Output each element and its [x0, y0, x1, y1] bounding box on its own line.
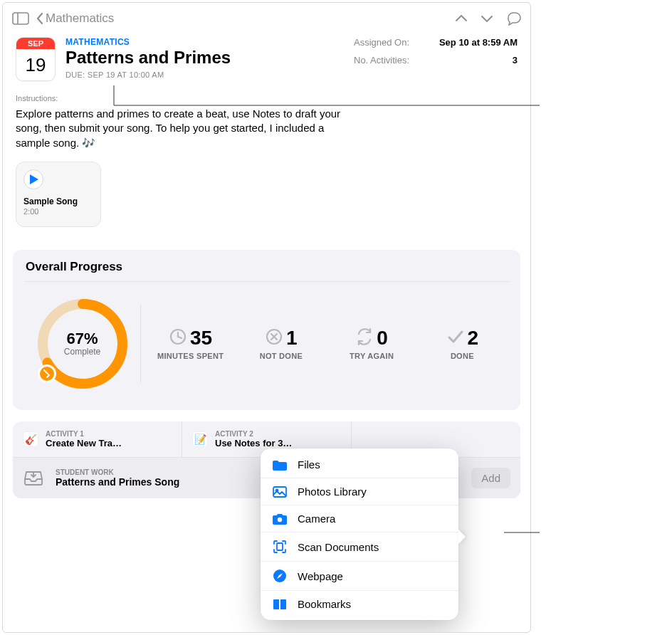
stat-minutes-spent: 35 MINUTES SPENT	[145, 327, 236, 360]
student-work-title: Patterns and Primes Song	[56, 476, 179, 488]
stat-try-again: 0 TRY AGAIN	[327, 327, 417, 360]
back-button[interactable]: Mathematics	[36, 11, 114, 26]
calendar-month: SEP	[16, 38, 55, 49]
popover-item-bookmarks[interactable]: Bookmarks	[261, 590, 458, 617]
check-icon	[446, 327, 465, 349]
scan-icon	[272, 540, 288, 554]
svg-rect-9	[273, 487, 286, 497]
stat-not-done: 1 NOT DONE	[236, 327, 326, 360]
sidebar-toggle-icon[interactable]	[11, 11, 30, 26]
progress-check-badge-icon	[38, 364, 56, 383]
assigned-on-value: Sep 10 at 8:59 AM	[439, 37, 518, 48]
progress-complete-label: Complete	[64, 347, 100, 357]
popover-item-scan[interactable]: Scan Documents	[261, 532, 458, 561]
popover-item-webpage[interactable]: Webpage	[261, 561, 458, 590]
play-icon[interactable]	[23, 169, 43, 189]
toolbar: Mathematics	[3, 3, 530, 34]
activities-count-label: No. Activities:	[354, 55, 409, 65]
attachment-card[interactable]: Sample Song 2:00	[16, 162, 101, 227]
garageband-icon: 🎸	[23, 431, 38, 447]
attachment-duration: 2:00	[23, 207, 93, 216]
popover-item-camera[interactable]: Camera	[261, 505, 458, 532]
retry-icon	[355, 327, 374, 349]
popover-item-files[interactable]: Files	[261, 451, 458, 478]
app-window: Mathematics SEP 19 MATHEMATICS Patterns …	[2, 2, 531, 633]
attachment-title: Sample Song	[23, 196, 93, 206]
subject-label: MATHEMATICS	[65, 37, 344, 47]
activity-card-1[interactable]: 🎸 ACTIVITY 1 Create New Tra…	[13, 421, 182, 457]
svg-point-11	[278, 517, 282, 521]
svg-rect-0	[13, 13, 28, 24]
clock-icon	[169, 327, 187, 349]
svg-marker-2	[30, 174, 38, 184]
assignment-header: SEP 19 MATHEMATICS Patterns and Primes D…	[3, 34, 530, 81]
chevron-left-icon	[36, 12, 44, 25]
nav-up-icon[interactable]	[455, 14, 468, 23]
overall-progress-title: Overall Progress	[26, 260, 508, 274]
comment-icon[interactable]	[506, 11, 522, 26]
inbox-icon	[23, 468, 44, 487]
add-button[interactable]: Add	[471, 468, 510, 488]
page-title: Patterns and Primes	[65, 48, 344, 68]
progress-percent: 67%	[66, 331, 98, 347]
overall-progress-panel: Overall Progress 67% Complete	[13, 250, 520, 410]
due-label: DUE: SEP 19 AT 10:00 AM	[65, 70, 344, 79]
assigned-on-label: Assigned On:	[354, 37, 409, 48]
progress-ring: 67% Complete	[36, 298, 129, 390]
svg-rect-12	[277, 543, 283, 550]
bookmark-icon	[272, 599, 288, 610]
camera-icon	[272, 513, 288, 525]
calendar-icon: SEP 19	[16, 37, 56, 81]
add-popover: Files Photos Library Camera Scan Documen…	[261, 448, 458, 620]
back-label: Mathematics	[46, 11, 114, 26]
nav-down-icon[interactable]	[481, 14, 493, 23]
student-work-overline: STUDENT WORK	[56, 468, 179, 476]
folder-icon	[272, 459, 288, 471]
activities-count-value: 3	[513, 55, 518, 65]
header-meta: Assigned On: Sep 10 at 8:59 AM No. Activ…	[354, 37, 518, 81]
notes-icon: 📝	[192, 431, 208, 447]
instructions-heading: Instructions:	[3, 81, 530, 107]
calendar-day: 19	[16, 49, 55, 80]
popover-item-photos[interactable]: Photos Library	[261, 478, 458, 505]
photo-icon	[272, 486, 288, 498]
nav-arrows	[455, 11, 522, 26]
safari-icon	[272, 569, 288, 583]
stat-done: 2 DONE	[417, 327, 508, 360]
instructions-text: Explore patterns and primes to create a …	[3, 107, 373, 150]
not-done-icon	[265, 327, 283, 349]
